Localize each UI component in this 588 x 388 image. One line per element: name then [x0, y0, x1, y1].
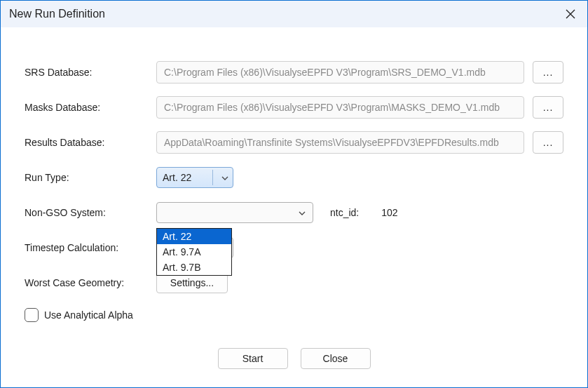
chevron-down-icon: [299, 208, 306, 217]
dialog-new-run: New Run Definition SRS Database: C:\Prog…: [0, 0, 588, 388]
ntc-id-label: ntc_id:: [330, 207, 359, 218]
runtype-option-art97b[interactable]: Art. 9.7B: [157, 260, 231, 275]
srs-label: SRS Database:: [25, 67, 156, 78]
close-icon[interactable]: [556, 1, 584, 27]
results-browse-button[interactable]: ...: [533, 131, 563, 154]
ntc-id-value: 102: [381, 207, 397, 218]
runtype-combo[interactable]: Art. 22: [156, 167, 233, 188]
srs-browse-button[interactable]: ...: [533, 61, 563, 83]
results-path-field[interactable]: AppData\Roaming\Transfinite Systems\Visu…: [156, 131, 524, 154]
timestep-label: Timestep Calculation:: [25, 242, 156, 253]
window-title: New Run Definition: [9, 8, 105, 20]
dialog-body: SRS Database: C:\Program Files (x86)\Vis…: [1, 27, 587, 348]
close-button[interactable]: Close: [301, 348, 371, 369]
runtype-dropdown-list[interactable]: Art. 22 Art. 9.7A Art. 9.7B: [156, 228, 232, 276]
wcgeo-label: Worst Case Geometry:: [25, 277, 156, 288]
masks-label: Masks Database:: [25, 102, 156, 113]
titlebar: New Run Definition: [1, 1, 587, 27]
masks-path-field[interactable]: C:\Program Files (x86)\VisualyseEPFD V3\…: [156, 96, 524, 119]
use-analytical-alpha-checkbox[interactable]: [25, 308, 39, 322]
ngso-label: Non-GSO System:: [25, 207, 156, 218]
start-button[interactable]: Start: [218, 348, 288, 369]
ngso-combo[interactable]: [156, 202, 313, 223]
masks-browse-button[interactable]: ...: [533, 96, 563, 119]
use-analytical-alpha-label: Use Analytical Alpha: [44, 309, 133, 321]
chevron-down-icon: [221, 173, 228, 182]
runtype-selected: Art. 22: [163, 172, 191, 183]
srs-path-field[interactable]: C:\Program Files (x86)\VisualyseEPFD V3\…: [156, 61, 524, 83]
runtype-label: Run Type:: [25, 172, 156, 183]
runtype-option-art97a[interactable]: Art. 9.7A: [157, 244, 231, 260]
runtype-option-art22[interactable]: Art. 22: [157, 229, 231, 244]
results-label: Results Database:: [25, 137, 156, 148]
dialog-footer: Start Close: [1, 348, 587, 387]
